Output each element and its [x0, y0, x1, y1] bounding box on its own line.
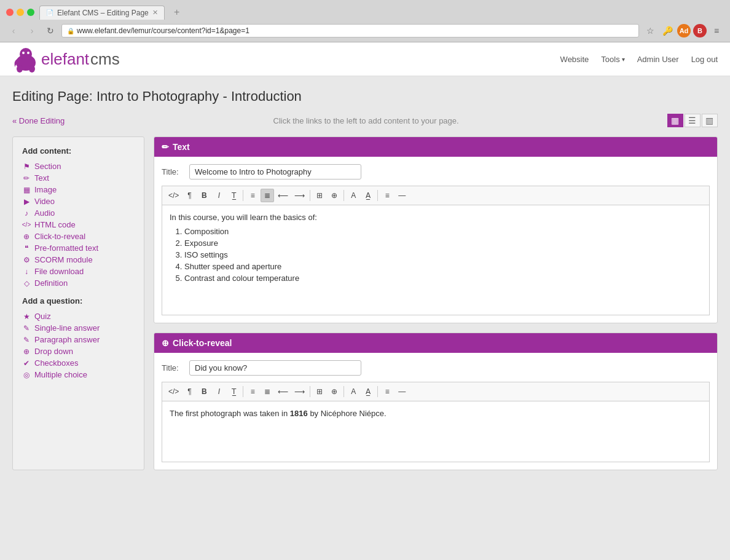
cr-toolbar-bold-btn[interactable]: B [197, 385, 211, 398]
extension-icon-orange[interactable]: Ad [677, 24, 691, 37]
view-btn-list[interactable]: ☰ [685, 114, 701, 127]
click-reveal-content-text: The first photograph was taken in 1816 b… [170, 409, 702, 418]
view-btn-table[interactable]: ▥ [702, 114, 718, 127]
cr-toolbar-italic-btn[interactable]: I [212, 385, 226, 398]
tools-icon[interactable]: 🔑 [660, 23, 675, 38]
toolbar-ul-btn[interactable]: ≡ [246, 189, 259, 202]
sidebar-item-click-reveal[interactable]: ⊕ Click-to-reveal [22, 231, 135, 242]
sidebar-item-file-download[interactable]: ↓ File download [22, 266, 135, 277]
sidebar-item-section-label: Section [34, 162, 61, 171]
toolbar-strikethrough-btn[interactable]: T̲ [227, 189, 240, 202]
sidebar-item-multiple-choice[interactable]: ◎ Multiple choice [22, 369, 135, 381]
toolbar-separator-3 [343, 190, 344, 201]
extension-icon-red[interactable]: B [693, 24, 707, 37]
toolbar-bold-btn[interactable]: B [197, 189, 211, 202]
toolbar-align-btn[interactable]: ≡ [380, 189, 394, 202]
click-reveal-editor-toolbar: </> ¶ B I T̲ ≡ ≣ ⟵ ⟶ ⊞ ⊕ A [162, 382, 710, 401]
click-reveal-editor-content[interactable]: The first photograph was taken in 1816 b… [162, 401, 710, 462]
browser-dot-minimize[interactable] [17, 9, 24, 16]
toolbar-paragraph-btn[interactable]: ¶ [182, 189, 196, 202]
click-reveal-icon: ⊕ [22, 232, 31, 241]
sidebar-item-single-line-label: Single-line answer [34, 323, 100, 333]
nav-website[interactable]: Website [560, 55, 589, 64]
list-item-2: Exposure [184, 239, 702, 248]
cr-toolbar-link-btn[interactable]: ⊕ [328, 385, 341, 398]
bookmark-icon[interactable]: ☆ [643, 23, 657, 38]
url-bar[interactable]: 🔒 www.elefant.dev/lemur/course/content?i… [61, 24, 639, 37]
cr-toolbar-paragraph-btn[interactable]: ¶ [182, 385, 196, 398]
refresh-button[interactable]: ↻ [43, 23, 58, 38]
video-icon: ▶ [22, 197, 31, 206]
browser-tab[interactable]: 📄 Elefant CMS – Editing Page ✕ [39, 6, 165, 20]
sidebar-item-image[interactable]: ▦ Image [22, 184, 135, 195]
sidebar-item-audio[interactable]: ♪ Audio [22, 207, 135, 219]
click-reveal-title-input[interactable] [189, 360, 361, 376]
browser-tab-label: Elefant CMS – Editing Page [57, 9, 149, 17]
view-btn-grid[interactable]: ▦ [667, 114, 683, 127]
click-reveal-title-label: Title: [162, 363, 183, 373]
nav-logout[interactable]: Log out [691, 55, 718, 64]
sidebar-item-quiz[interactable]: ★ Quiz [22, 310, 135, 322]
done-editing-link[interactable]: « Done Editing [12, 116, 65, 125]
cr-toolbar-table-btn[interactable]: ⊞ [313, 385, 326, 398]
sidebar-question-title: Add a question: [22, 296, 135, 306]
sidebar-item-scorm[interactable]: ⚙ SCORM module [22, 254, 135, 266]
text-content-block: ✏ Text Title: </> ¶ B I T̲ ≡ [154, 136, 718, 323]
cr-toolbar-indent-left-btn[interactable]: ⟵ [275, 385, 291, 398]
sidebar-item-section[interactable]: ⚑ Section [22, 160, 135, 172]
logo-elephant-svg [12, 45, 40, 73]
toolbar-table-btn[interactable]: ⊞ [313, 189, 326, 202]
section-icon: ⚑ [22, 162, 31, 171]
toolbar-link-btn[interactable]: ⊕ [328, 189, 341, 202]
toolbar-indent-right-btn[interactable]: ⟶ [292, 189, 307, 202]
toolbar-separator-2 [310, 190, 310, 201]
sidebar-item-dropdown[interactable]: ⊕ Drop down [22, 345, 135, 357]
toolbar-font-color-btn[interactable]: A [347, 189, 360, 202]
svg-point-1 [20, 48, 32, 60]
sidebar-item-checkboxes[interactable]: ✔ Checkboxes [22, 357, 135, 369]
sidebar-item-preformatted[interactable]: ❝ Pre-formatted text [22, 242, 135, 254]
sidebar-item-text[interactable]: ✏ Text [22, 172, 135, 184]
cr-toolbar-ul-btn[interactable]: ≡ [246, 385, 259, 398]
editing-toolbar: « Done Editing Click the links to the le… [12, 114, 718, 127]
back-button[interactable]: ‹ [6, 23, 21, 38]
text-block-header: ✏ Text [154, 137, 717, 157]
nav-admin-user[interactable]: Admin User [637, 55, 679, 64]
browser-dot-close[interactable] [6, 9, 14, 16]
new-tab-button[interactable]: + [170, 5, 184, 20]
cr-toolbar-strikethrough-btn[interactable]: T̲ [227, 385, 240, 398]
browser-toolbar: ‹ › ↻ 🔒 www.elefant.dev/lemur/course/con… [0, 20, 730, 42]
toolbar-hr-btn[interactable]: — [395, 189, 409, 202]
toolbar-highlight-btn[interactable]: A̲ [361, 189, 375, 202]
text-header-label: Text [173, 142, 190, 152]
toolbar-ol-btn[interactable]: ≣ [261, 189, 274, 202]
url-lock-icon: 🔒 [67, 28, 74, 34]
text-title-input[interactable] [189, 164, 361, 179]
tab-close-icon[interactable]: ✕ [152, 9, 158, 17]
menu-icon[interactable]: ≡ [709, 23, 724, 38]
click-reveal-block-header: ⊕ Click-to-reveal [154, 333, 717, 353]
nav-tools[interactable]: Tools ▾ [601, 55, 624, 64]
cr-toolbar-ol-btn[interactable]: ≣ [261, 385, 274, 398]
sidebar-item-definition[interactable]: ◇ Definition [22, 277, 135, 289]
svg-point-3 [29, 65, 35, 73]
cr-toolbar-font-color-btn[interactable]: A [347, 385, 360, 398]
html-icon: </> [22, 221, 31, 229]
forward-button[interactable]: › [25, 23, 39, 38]
cr-toolbar-indent-right-btn[interactable]: ⟶ [292, 385, 307, 398]
cr-toolbar-hr-btn[interactable]: — [395, 385, 409, 398]
text-editor-content[interactable]: In this course, you will learn the basic… [162, 205, 710, 315]
toolbar-italic-btn[interactable]: I [212, 189, 226, 202]
cr-toolbar-align-btn[interactable]: ≡ [380, 385, 394, 398]
browser-dot-maximize[interactable] [27, 9, 34, 16]
page-content: Editing Page: Intro to Photography - Int… [0, 76, 730, 560]
cr-toolbar-code-btn[interactable]: </> [166, 385, 181, 398]
cr-toolbar-highlight-btn[interactable]: A̲ [361, 385, 375, 398]
sidebar-item-html[interactable]: </> HTML code [22, 219, 135, 231]
sidebar-item-video[interactable]: ▶ Video [22, 195, 135, 207]
toolbar-code-btn[interactable]: </> [166, 189, 181, 202]
toolbar-separator-1 [243, 190, 243, 201]
sidebar-item-paragraph[interactable]: ✎ Paragraph answer [22, 334, 135, 345]
sidebar-item-single-line[interactable]: ✎ Single-line answer [22, 322, 135, 334]
toolbar-indent-left-btn[interactable]: ⟵ [275, 189, 291, 202]
